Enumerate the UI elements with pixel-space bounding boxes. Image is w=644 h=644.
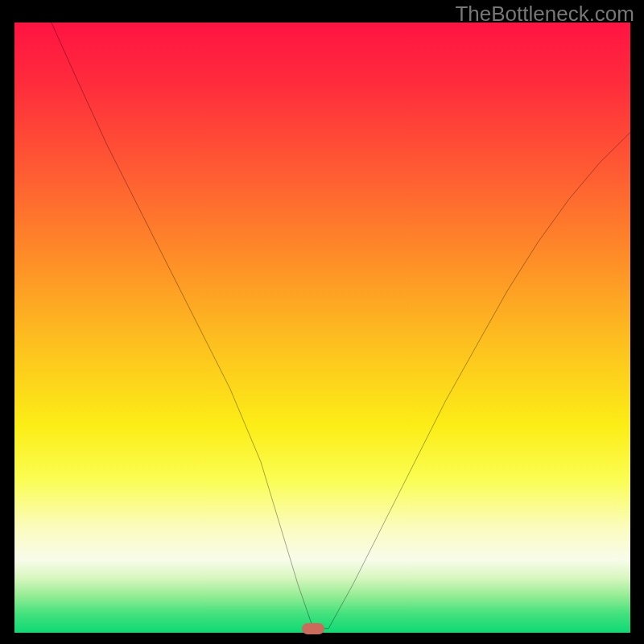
bottleneck-curve-path (52, 23, 630, 629)
optimal-point-marker (302, 623, 324, 634)
chart-area (14, 23, 630, 633)
bottleneck-curve-svg (14, 23, 630, 633)
watermark-text: TheBottleneck.com (455, 2, 634, 27)
